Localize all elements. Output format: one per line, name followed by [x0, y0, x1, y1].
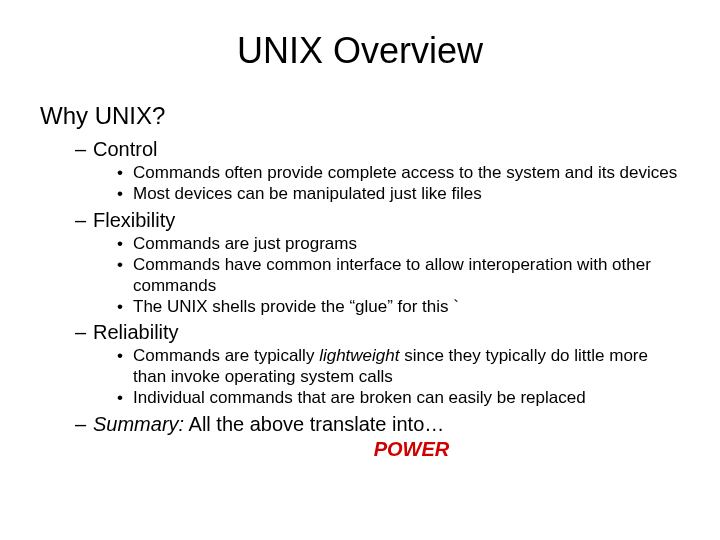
sub-item: Individual commands that are broken can …: [117, 388, 680, 408]
sub-list: Commands are typically lightweight since…: [93, 346, 680, 408]
summary-label: Summary:: [93, 413, 184, 435]
item-control: Control Commands often provide complete …: [75, 138, 680, 205]
sub-item: Commands often provide complete access t…: [117, 163, 680, 183]
bullet-list: Control Commands often provide complete …: [40, 138, 680, 461]
item-label: Reliability: [93, 321, 179, 343]
item-label: Flexibility: [93, 209, 175, 231]
slide-title: UNIX Overview: [40, 30, 680, 72]
sub-item: Commands have common interface to allow …: [117, 255, 680, 296]
power-text: POWER: [143, 438, 680, 461]
item-label: Control: [93, 138, 157, 160]
text-emphasis: lightweight: [319, 346, 399, 365]
item-flexibility: Flexibility Commands are just programs C…: [75, 209, 680, 318]
sub-list: Commands often provide complete access t…: [93, 163, 680, 205]
slide: UNIX Overview Why UNIX? Control Commands…: [0, 0, 720, 540]
sub-list: Commands are just programs Commands have…: [93, 234, 680, 318]
item-reliability: Reliability Commands are typically light…: [75, 321, 680, 408]
slide-heading: Why UNIX?: [40, 102, 680, 130]
sub-item: The UNIX shells provide the “glue” for t…: [117, 297, 680, 317]
sub-item: Commands are typically lightweight since…: [117, 346, 680, 387]
sub-item: Most devices can be manipulated just lik…: [117, 184, 680, 204]
text-fragment: Commands are typically: [133, 346, 319, 365]
item-summary: Summary: All the above translate into… P…: [75, 413, 680, 461]
sub-item: Commands are just programs: [117, 234, 680, 254]
summary-text: All the above translate into…: [184, 413, 444, 435]
